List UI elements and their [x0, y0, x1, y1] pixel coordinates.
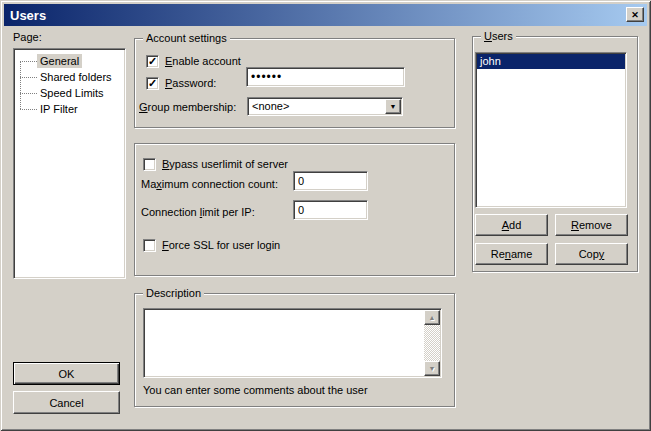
copy-button[interactable]: Copy: [555, 243, 628, 265]
list-item-user[interactable]: john: [477, 54, 625, 69]
group-membership-label: Group membership:: [139, 101, 236, 114]
ok-button[interactable]: OK: [13, 362, 120, 385]
vertical-scrollbar[interactable]: ▲ ▼: [424, 310, 440, 376]
tree-branch-line: [20, 61, 37, 62]
remove-button-label: Remove: [571, 219, 612, 231]
tree-item-label: Shared folders: [37, 70, 115, 84]
bypass-userlimit-label[interactable]: Bypass userlimit of server: [162, 158, 288, 171]
page-tree[interactable]: General Shared folders Speed Limits IP F…: [13, 48, 126, 279]
scrollbar-track[interactable]: [424, 325, 440, 361]
add-button[interactable]: Add: [475, 214, 548, 236]
window-title: Users: [4, 8, 46, 23]
cancel-button[interactable]: Cancel: [13, 391, 120, 414]
close-button[interactable]: ✕: [626, 7, 644, 22]
tree-item-label: Speed Limits: [37, 86, 107, 100]
close-icon: ✕: [631, 10, 639, 20]
scroll-down-icon: ▼: [429, 365, 436, 372]
password-checkbox[interactable]: ✓: [146, 77, 159, 90]
password-input[interactable]: [246, 67, 405, 87]
ok-button-label: OK: [59, 368, 75, 380]
description-hint: You can enter some comments about the us…: [143, 384, 368, 397]
cancel-button-label: Cancel: [49, 397, 83, 409]
enable-account-label[interactable]: Enable account: [165, 55, 241, 68]
force-ssl-label[interactable]: Force SSL for user login: [162, 239, 280, 252]
remove-button[interactable]: Remove: [555, 214, 628, 236]
copy-button-label: Copy: [579, 248, 605, 260]
tree-item-label: General: [37, 54, 82, 68]
users-dialog-window: Users ✕ Page: General Shared folders Spe…: [0, 0, 651, 431]
tree-branch-line: [20, 93, 37, 94]
tree-item-label: IP Filter: [37, 102, 81, 116]
tree-branch-line: [20, 77, 37, 78]
description-textarea[interactable]: ▲ ▼: [143, 308, 442, 378]
connection-limit-per-ip-input[interactable]: [293, 200, 368, 220]
chevron-down-icon: ▼: [390, 103, 397, 110]
enable-account-checkbox[interactable]: ✓: [146, 55, 159, 68]
account-settings-group-title: Account settings: [143, 32, 230, 45]
add-button-label: Add: [502, 219, 522, 231]
checkmark-icon: ✓: [148, 78, 157, 89]
connection-limit-per-ip-label: Connection limit per IP:: [141, 206, 255, 219]
page-list-label: Page:: [13, 31, 42, 44]
tree-item-speed-limits[interactable]: Speed Limits: [14, 85, 125, 101]
tree-item-ip-filter[interactable]: IP Filter: [14, 101, 125, 117]
tree-item-general[interactable]: General: [14, 53, 125, 69]
tree-item-shared-folders[interactable]: Shared folders: [14, 69, 125, 85]
max-connection-count-label: Maximum connection count:: [141, 178, 278, 191]
users-listbox[interactable]: john: [475, 52, 627, 208]
password-label[interactable]: Password:: [165, 77, 216, 90]
scroll-up-icon: ▲: [429, 314, 436, 321]
group-membership-value: <none>: [252, 100, 289, 113]
rename-button-label: Rename: [491, 248, 533, 260]
force-ssl-checkbox[interactable]: [143, 239, 156, 252]
rename-button[interactable]: Rename: [475, 243, 548, 265]
checkmark-icon: ✓: [148, 56, 157, 67]
dropdown-arrow-button[interactable]: ▼: [385, 99, 401, 114]
tree-branch-line: [20, 109, 37, 110]
scroll-down-button[interactable]: ▼: [424, 361, 440, 376]
description-group-title: Description: [143, 287, 204, 300]
max-connection-count-input[interactable]: [293, 171, 368, 191]
bypass-userlimit-checkbox[interactable]: [143, 158, 156, 171]
group-membership-select[interactable]: <none> ▼: [247, 97, 403, 116]
scroll-up-button[interactable]: ▲: [424, 310, 440, 325]
users-group-title: Users: [481, 30, 516, 43]
titlebar[interactable]: Users ✕: [4, 4, 647, 26]
